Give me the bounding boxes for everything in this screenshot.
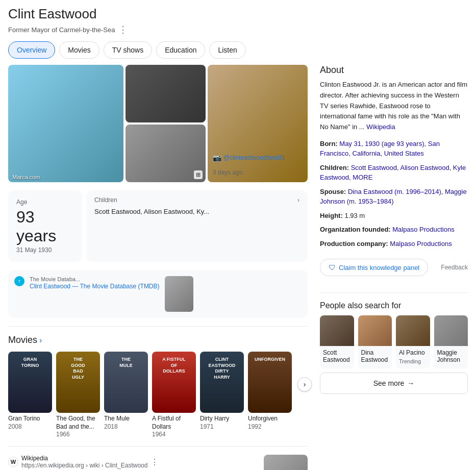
pasf-item-scott[interactable]: Scott Eastwood	[320, 315, 354, 368]
pasf-grid: Scott Eastwood Dina Eastwood Al Pacino T…	[320, 315, 468, 368]
pasf-item-maggie[interactable]: Maggie Johnson	[434, 315, 468, 368]
claim-knowledge-panel-button[interactable]: 🛡 Claim this knowledge panel	[320, 259, 428, 276]
movie-title-good-bad-ugly: The Good, the Bad and the...	[56, 415, 100, 431]
pasf-status-alpacino: Trending	[396, 358, 430, 367]
about-title: About	[320, 65, 468, 76]
tab-bar: Overview Movies TV shows Education Liste…	[0, 39, 476, 65]
social-handle: @clinteastwoodfans01	[223, 154, 285, 161]
expand-icon[interactable]: ⊞	[194, 170, 203, 179]
movie-year-mule: 2018	[104, 423, 148, 430]
about-height: Height: 1.93 m	[320, 211, 468, 221]
children-label: Children:	[320, 164, 349, 171]
wikipedia-icon-letter: W	[11, 459, 16, 465]
see-more-button[interactable]: See more →	[320, 373, 468, 394]
movies-header[interactable]: Movies ›	[8, 335, 308, 345]
height-label: Height:	[320, 212, 343, 219]
pasf-name-scott: Scott Eastwood	[320, 346, 354, 365]
movie-poster-dirty-harry: CLINTEASTWOODDIRTYHARRY	[200, 352, 244, 413]
born-label: Born:	[320, 140, 338, 147]
movie-title-fistful: A Fistful of Dollars	[152, 415, 196, 431]
instagram-icon: 📷	[213, 154, 221, 162]
spouse-label: Spouse:	[320, 188, 346, 195]
tmdb-text: Clint Eastwood — The Movie Database (TMD…	[30, 282, 160, 291]
movie-poster-good-bad-ugly: THEGOODBADUGLY	[56, 352, 100, 413]
children-card[interactable]: Children › Scott Eastwood, Alison Eastwo…	[86, 190, 308, 262]
movie-title-unforgiven: Unforgiven	[248, 415, 292, 423]
pasf-item-dina[interactable]: Dina Eastwood	[358, 315, 392, 368]
people-also-search-for: People also search for Scott Eastwood Di…	[320, 301, 468, 394]
about-production-company: Production company: Malpaso Productions	[320, 239, 468, 249]
age-label: Age	[16, 199, 74, 206]
age-card: Age 93 years 31 May 1930	[8, 190, 82, 262]
social-time: 3 days ago	[213, 169, 243, 176]
wikipedia-icon: W	[8, 457, 18, 467]
images-section: Marca.com ⊞ 📷 @clinteastwoodfans01 3 day…	[8, 65, 308, 182]
movie-year-dirty-harry: 1971	[200, 423, 244, 430]
about-wikipedia-link[interactable]: Wikipedia	[366, 123, 395, 131]
pasf-thumb-dina	[358, 315, 392, 346]
movies-arrow-icon: ›	[39, 336, 42, 345]
movie-year-good-bad-ugly: 1966	[56, 431, 100, 438]
movie-poster-gran-torino: GRANTORINO	[8, 352, 52, 413]
movies-next-button[interactable]: ›	[297, 377, 312, 391]
pasf-name-dina: Dina Eastwood	[358, 346, 392, 365]
tab-listen[interactable]: Listen	[209, 41, 245, 59]
movie-title-dirty-harry: Dirty Harry	[200, 415, 244, 423]
claim-btn-label: Claim this knowledge panel	[339, 264, 419, 271]
children-label: Children	[94, 196, 117, 204]
tab-education[interactable]: Education	[156, 41, 205, 59]
see-more-arrow-icon: →	[407, 379, 414, 387]
about-description: Clinton Eastwood Jr. is an American acto…	[320, 80, 468, 133]
image-bottom[interactable]: ⊞	[126, 125, 206, 182]
movie-poster-unforgiven: UNFORGIVEN	[248, 352, 292, 413]
movie-unforgiven[interactable]: UNFORGIVEN Unforgiven 1992	[248, 352, 292, 430]
movie-gran-torino[interactable]: GRANTORINO Gran Torino 2008	[8, 352, 52, 430]
subtitle-text: Former Mayor of Carmel-by-the-Sea	[8, 26, 115, 34]
about-spouse: Spouse: Dina Eastwood (m. 1996–2014), Ma…	[320, 187, 468, 207]
movie-good-bad-ugly[interactable]: THEGOODBADUGLY The Good, the Bad and the…	[56, 352, 100, 438]
main-image[interactable]: Marca.com	[8, 65, 123, 182]
wikipedia-url: https://en.wikipedia.org › wiki › Clint_…	[21, 462, 147, 469]
movie-dirty-harry[interactable]: CLINTEASTWOODDIRTYHARRY Dirty Harry 1971	[200, 352, 244, 430]
see-more-label: See more	[373, 379, 405, 387]
social-image[interactable]: 📷 @clinteastwoodfans01 3 days ago	[208, 65, 308, 182]
subtitle-menu-icon[interactable]: ⋮	[118, 24, 128, 35]
movie-fistful[interactable]: A FISTFULOFDOLLARS A Fistful of Dollars …	[152, 352, 196, 438]
children-arrow-icon: ›	[297, 196, 299, 204]
pasf-thumb-alpacino	[396, 315, 430, 346]
movies-row: GRANTORINO Gran Torino 2008 THEGOODBADUG…	[8, 352, 308, 438]
wikipedia-result: W Wikipedia https://en.wikipedia.org › w…	[8, 455, 308, 470]
tmdb-card[interactable]: T The Movie Databa... Clint Eastwood — T…	[8, 270, 308, 318]
company-label: Production company:	[320, 240, 388, 248]
about-section: About Clinton Eastwood Jr. is an America…	[320, 65, 468, 282]
age-birthdate: 31 May 1930	[16, 246, 74, 254]
pasf-item-alpacino[interactable]: Al Pacino Trending	[396, 315, 430, 368]
pasf-name-alpacino: Al Pacino	[396, 346, 430, 358]
pasf-status-maggie	[434, 365, 468, 368]
movie-mule[interactable]: THEMULE The Mule 2018	[104, 352, 148, 430]
born-value: May 31, 1930 (age 93 years), San Francis…	[320, 140, 440, 158]
movie-title-gran-torino: Gran Torino	[8, 415, 52, 423]
page-title: Clint Eastwood	[8, 6, 468, 22]
wikipedia-domain: Wikipedia	[21, 455, 147, 462]
company-value[interactable]: Malpaso Productions	[390, 240, 452, 248]
movies-title: Movies	[8, 335, 37, 345]
wikipedia-menu-icon[interactable]: ⋮	[151, 457, 159, 467]
movie-year-unforgiven: 1992	[248, 423, 292, 430]
tab-tv[interactable]: TV shows	[104, 41, 152, 59]
tab-movies[interactable]: Movies	[59, 41, 99, 59]
children-more[interactable]: MORE	[353, 174, 372, 181]
org-value[interactable]: Malpaso Productions	[392, 226, 454, 233]
image-top[interactable]	[126, 65, 206, 122]
org-label: Organization founded:	[320, 226, 391, 233]
feedback-link[interactable]: Feedback	[441, 264, 468, 271]
shield-icon: 🛡	[329, 263, 336, 271]
image-group: ⊞	[126, 65, 206, 182]
wikipedia-thumbnail[interactable]	[264, 455, 308, 470]
movie-poster-mule: THEMULE	[104, 352, 148, 413]
about-children: Children: Scott Eastwood, Alison Eastwoo…	[320, 163, 468, 183]
tab-overview[interactable]: Overview	[8, 41, 55, 59]
pasf-thumb-maggie	[434, 315, 468, 346]
image-source-label: Marca.com	[12, 174, 40, 180]
pasf-status-scott	[320, 365, 354, 368]
